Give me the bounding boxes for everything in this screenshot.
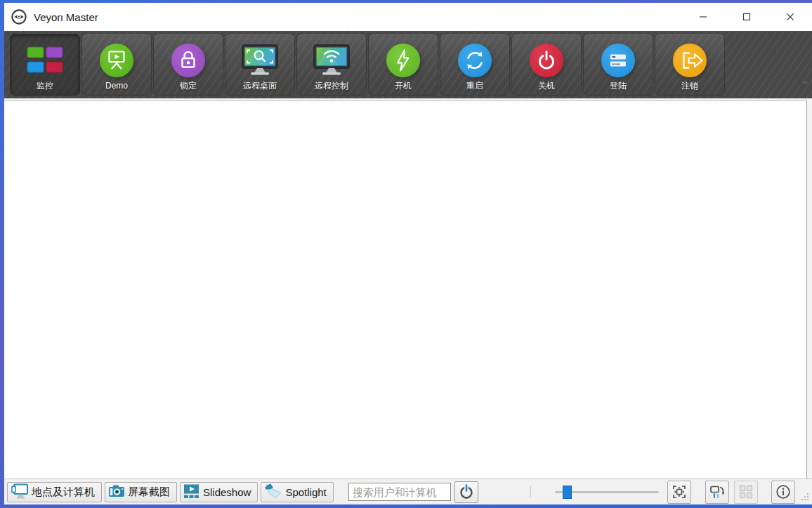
toolbar-button-lock[interactable]: 锁定 xyxy=(153,34,223,96)
toolbar-label: Demo xyxy=(105,82,128,90)
panel-label: 地点及计算机 xyxy=(32,486,95,499)
veyon-eye-icon xyxy=(11,8,27,25)
panel-button-slideshow[interactable]: Slideshow xyxy=(180,482,258,502)
search-input[interactable] xyxy=(348,483,451,501)
toolbar: 监控 xyxy=(4,31,812,98)
panel-button-screenshots[interactable]: 屏幕截图 xyxy=(105,482,177,502)
toolbar-label: 远程控制 xyxy=(315,82,348,90)
toolbar-button-remote-desktop[interactable]: 远程桌面 xyxy=(225,34,295,96)
panel-button-spotlight[interactable]: Spotlight xyxy=(261,482,333,502)
statusbar: 地点及计算机 屏幕截图 xyxy=(4,478,812,504)
toolbar-label: 远程桌面 xyxy=(243,82,277,90)
panel-label: Spotlight xyxy=(285,486,326,498)
reboot-icon xyxy=(458,34,492,82)
toolbar-button-remote-control[interactable]: 远程控制 xyxy=(296,34,367,96)
toolbar-label: 监控 xyxy=(37,82,53,90)
minimize-button[interactable] xyxy=(681,3,725,31)
window-title: Veyon Master xyxy=(34,11,98,23)
align-grid-button xyxy=(734,481,758,504)
toolbar-button-login[interactable]: 登陆 xyxy=(583,34,653,96)
spotlight-icon xyxy=(264,483,282,502)
panel-button-locations[interactable]: 地点及计算机 xyxy=(7,482,102,502)
lock-icon xyxy=(171,34,205,82)
presentation-icon xyxy=(100,34,133,82)
toolbar-overflow-indicator[interactable]: » xyxy=(803,77,807,87)
auto-fit-button[interactable] xyxy=(667,481,691,504)
titlebar: Veyon Master xyxy=(4,3,812,31)
toolbar-button-power-on[interactable]: 开机 xyxy=(368,34,438,96)
computer-monitoring-area[interactable] xyxy=(4,100,807,478)
custom-arrangement-button[interactable] xyxy=(705,481,729,504)
logout-icon xyxy=(673,34,707,82)
panel-label: 屏幕截图 xyxy=(128,486,170,499)
power-control-button[interactable] xyxy=(454,481,478,503)
toolbar-button-demo[interactable]: Demo xyxy=(81,34,152,96)
toolbar-button-shutdown[interactable]: 关机 xyxy=(511,34,582,96)
content-frame xyxy=(4,98,812,478)
toolbar-label: 登陆 xyxy=(610,82,627,90)
remote-view-icon xyxy=(240,34,280,82)
remote-control-icon xyxy=(312,34,351,82)
slider-handle[interactable] xyxy=(563,486,572,499)
power-on-icon xyxy=(386,34,420,82)
toolbar-button-reboot[interactable]: 重启 xyxy=(440,34,510,96)
resize-grip[interactable] xyxy=(801,491,809,504)
maximize-button[interactable] xyxy=(725,3,768,31)
close-button[interactable] xyxy=(768,3,812,31)
toolbar-label: 锁定 xyxy=(180,82,197,90)
statusbar-separator xyxy=(530,486,531,497)
screenshot-icon xyxy=(108,484,125,500)
panel-label: Slideshow xyxy=(203,486,251,498)
about-button[interactable] xyxy=(771,481,795,504)
slideshow-icon xyxy=(183,483,200,501)
toolbar-button-logout[interactable]: 注销 xyxy=(655,34,725,96)
thumbnail-size-slider[interactable] xyxy=(555,485,659,499)
toolbar-label: 关机 xyxy=(538,82,555,90)
toolbar-label: 注销 xyxy=(681,82,698,90)
monitor-grid-icon xyxy=(27,34,63,82)
toolbar-button-monitoring[interactable]: 监控 xyxy=(10,34,80,96)
locations-icon xyxy=(11,483,29,502)
toolbar-label: 开机 xyxy=(395,82,412,90)
login-icon xyxy=(601,34,635,82)
toolbar-label: 重启 xyxy=(466,82,483,90)
shutdown-icon xyxy=(530,34,563,82)
window-frame: Veyon Master xyxy=(0,0,812,508)
